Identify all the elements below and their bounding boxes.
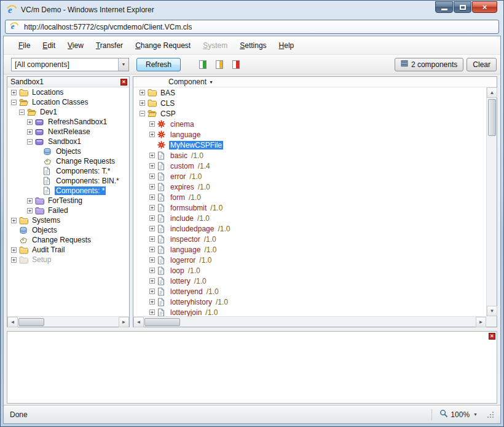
scroll-right-icon[interactable]: ►: [119, 317, 129, 327]
components-count-button[interactable]: 2 components: [395, 58, 463, 71]
expand-icon[interactable]: +: [149, 299, 155, 305]
green-status-icon[interactable]: [199, 60, 207, 69]
tree-item-components[interactable]: Components: *: [7, 186, 129, 196]
expand-icon[interactable]: +: [149, 132, 155, 137]
left-hscroll-thumb[interactable]: [18, 318, 44, 326]
tree-item-location-classes[interactable]: −Location Classes: [7, 97, 129, 107]
tree-item-loop[interactable]: +loop/1.0: [133, 265, 486, 276]
tree-item-include[interactable]: +include/1.0: [133, 213, 486, 223]
tree-item-mynewcspfile[interactable]: MyNewCSPFile: [133, 140, 486, 150]
tree-item-lotteryhistory[interactable]: +lotteryhistory/1.0: [133, 297, 486, 307]
scroll-left-icon[interactable]: ◄: [7, 317, 18, 327]
tree-item-failed[interactable]: +Failed: [7, 206, 129, 215]
tree-item-language[interactable]: +language: [133, 129, 486, 140]
menu-file[interactable]: File: [12, 39, 36, 52]
close-button[interactable]: ×: [472, 1, 497, 13]
right-vertical-scrollbar[interactable]: ▲ ▼: [486, 87, 497, 316]
scroll-right-icon[interactable]: ►: [476, 317, 486, 327]
tree-item-fortesting[interactable]: +ForTesting: [7, 196, 129, 206]
expand-icon[interactable]: +: [149, 184, 155, 190]
tree-item-basic[interactable]: +basic/1.0: [133, 150, 486, 161]
maximize-button[interactable]: [454, 1, 471, 13]
tree-item-audit-trail[interactable]: +Audit Trail: [7, 245, 129, 255]
expand-icon[interactable]: +: [27, 119, 33, 125]
zoom-dropdown-arrow-icon[interactable]: ▼: [473, 412, 478, 417]
expand-icon[interactable]: +: [149, 309, 155, 315]
expand-icon[interactable]: +: [149, 268, 155, 273]
left-horizontal-scrollbar[interactable]: ◄ ►: [7, 316, 129, 327]
expand-icon[interactable]: +: [149, 215, 155, 221]
tree-item-change-requests[interactable]: Change Requests: [7, 156, 129, 166]
tree-item-custom[interactable]: +custom/1.4: [133, 161, 486, 171]
tree-item-components-bin[interactable]: Components: BIN.*: [7, 176, 129, 186]
left-panel-close-icon[interactable]: ×: [120, 79, 127, 86]
collapse-icon[interactable]: −: [19, 110, 25, 115]
tree-item-language[interactable]: +language/1.0: [133, 244, 486, 255]
expand-icon[interactable]: +: [149, 257, 155, 263]
expand-icon[interactable]: +: [27, 208, 33, 214]
expand-icon[interactable]: +: [149, 247, 155, 252]
scroll-left-icon[interactable]: ◄: [133, 317, 144, 327]
tree-item-logerror[interactable]: +logerror/1.0: [133, 255, 486, 265]
tree-item-lotteryend[interactable]: +lotteryend/1.0: [133, 286, 486, 297]
tree-item-change-requests[interactable]: Change Requests: [7, 235, 129, 245]
component-column-header[interactable]: Component ▼: [133, 77, 497, 87]
expand-icon[interactable]: +: [149, 194, 155, 200]
resize-grip[interactable]: [486, 410, 494, 418]
collapse-icon[interactable]: −: [11, 100, 17, 105]
tree-item-sandbox1[interactable]: −Sandbox1: [7, 137, 129, 146]
tree-item-locations[interactable]: +Locations: [7, 87, 129, 97]
expand-icon[interactable]: +: [27, 129, 33, 135]
expand-icon[interactable]: +: [149, 278, 155, 284]
menu-settings[interactable]: Settings: [234, 39, 272, 52]
menu-change-request[interactable]: Change Request: [129, 39, 197, 52]
expand-icon[interactable]: +: [149, 205, 155, 210]
tree-item-includedpage[interactable]: +includedpage/1.0: [133, 223, 486, 234]
tree-item-expires[interactable]: +expires/1.0: [133, 182, 486, 192]
address-field[interactable]: e http://localhost:57772/csp/vcmdemo/Cli…: [5, 20, 499, 34]
tree-item-lottery[interactable]: +lottery/1.0: [133, 276, 486, 286]
expand-icon[interactable]: +: [11, 247, 17, 253]
expand-icon[interactable]: +: [140, 90, 145, 95]
tree-item-cls[interactable]: +CLS: [133, 98, 486, 108]
expand-icon[interactable]: +: [140, 100, 145, 106]
menu-help[interactable]: Help: [273, 39, 301, 52]
expand-icon[interactable]: +: [149, 121, 155, 127]
expand-icon[interactable]: +: [149, 226, 155, 231]
right-hscroll-thumb[interactable]: [144, 318, 180, 326]
tree-item-dev1[interactable]: −Dev1: [7, 107, 129, 117]
expand-icon[interactable]: +: [149, 153, 155, 158]
tree-item-lotteryjoin[interactable]: +lotteryjoin/1.0: [133, 307, 486, 316]
tree-item-bas[interactable]: +BAS: [133, 87, 486, 98]
clear-button[interactable]: Clear: [467, 58, 497, 71]
tree-item-inspector[interactable]: +inspector/1.0: [133, 234, 486, 244]
tree-item-systems[interactable]: +Systems: [7, 215, 129, 225]
expand-icon[interactable]: +: [11, 90, 17, 95]
expand-icon[interactable]: +: [149, 174, 155, 179]
scroll-down-icon[interactable]: ▼: [487, 306, 497, 316]
dropdown-arrow-icon[interactable]: ▼: [118, 58, 128, 71]
red-status-icon[interactable]: [232, 60, 240, 69]
collapse-icon[interactable]: −: [27, 139, 33, 145]
tree-item-formsubmit[interactable]: +formsubmit/1.0: [133, 202, 486, 213]
tree-item-objects[interactable]: Objects: [7, 146, 129, 156]
tree-item-error[interactable]: +error/1.0: [133, 171, 486, 182]
expand-icon[interactable]: +: [27, 198, 33, 204]
tree-item-setup[interactable]: +Setup: [7, 255, 129, 265]
collapse-icon[interactable]: −: [140, 111, 145, 116]
tree-item-csp[interactable]: −CSP: [133, 108, 486, 119]
tree-item-form[interactable]: +form/1.0: [133, 192, 486, 202]
minimize-button[interactable]: [435, 1, 453, 13]
expand-icon[interactable]: +: [11, 257, 17, 263]
output-panel-close-icon[interactable]: ×: [489, 333, 495, 340]
title-bar[interactable]: e VC/m Demo - Windows Internet Explorer …: [1, 1, 503, 18]
zoom-level[interactable]: 100%: [451, 410, 470, 419]
refresh-button[interactable]: Refresh: [136, 58, 181, 71]
tree-item-nextrelease[interactable]: +NextRelease: [7, 127, 129, 137]
expand-icon[interactable]: +: [149, 236, 155, 242]
menu-transfer[interactable]: Transfer: [90, 39, 129, 52]
right-vscroll-thumb[interactable]: [488, 99, 496, 136]
expand-icon[interactable]: +: [11, 218, 17, 223]
right-horizontal-scrollbar[interactable]: ◄ ►: [133, 316, 486, 327]
tree-item-refreshsandbox1[interactable]: +RefreshSandbox1: [7, 117, 129, 127]
